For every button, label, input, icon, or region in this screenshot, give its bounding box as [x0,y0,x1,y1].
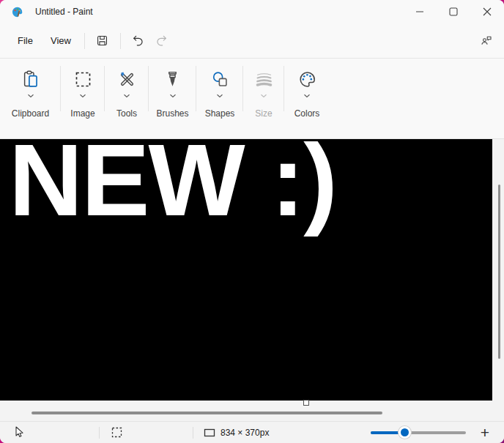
close-icon [483,7,492,16]
drawing-canvas[interactable]: NEW :) [0,139,492,401]
menubar: File View [0,23,504,59]
ribbon-group-label: Image [70,108,94,119]
ribbon-group-label: Tools [116,108,137,119]
redo-icon [155,34,168,48]
ribbon-group-label: Shapes [205,108,235,119]
ribbon-toolbar: Clipboard Image [0,59,504,139]
menu-view[interactable]: View [43,31,78,51]
brush-icon [163,70,182,89]
menubar-separator [120,33,121,49]
undo-button[interactable] [127,30,150,52]
horizontal-scrollbar[interactable] [32,412,382,414]
ribbon-group-colors[interactable]: Colors [284,59,330,138]
chevron-down-icon [123,94,130,98]
vertical-scrollbar[interactable] [498,185,500,359]
statusbar: 834 × 370px + [0,421,504,443]
chevron-down-icon [260,94,267,98]
chevron-down-icon [169,94,177,98]
clipboard-icon [21,70,40,89]
ribbon-group-shapes[interactable]: Shapes [196,59,243,138]
shapes-icon [210,70,230,89]
ribbon-group-brushes[interactable]: Brushes [149,59,196,138]
paint-window: Untitled - Paint File View [0,0,504,443]
tools-icon [117,70,137,89]
chevron-down-icon [303,94,311,98]
maximize-icon [449,7,458,16]
selection-status-icon [111,427,122,438]
zoom-slider[interactable] [371,426,466,439]
ribbon-group-image[interactable]: Image [61,59,105,138]
ribbon-group-label: Clipboard [12,108,49,119]
ribbon-group-label: Brushes [156,108,188,119]
paint-app-icon [11,6,23,18]
minimize-icon [415,7,424,16]
size-icon [254,70,274,89]
window-title: Untitled - Paint [35,7,93,17]
canvas-area: NEW :) [0,139,504,421]
statusbar-separator [99,427,100,439]
save-icon [95,34,109,48]
ribbon-group-tools[interactable]: Tools [105,59,149,138]
undo-icon [131,34,145,48]
menubar-separator [84,33,85,49]
ribbon-group-label: Size [255,108,272,119]
zoom-in-button[interactable]: + [478,425,492,440]
chevron-down-icon [79,94,86,98]
statusbar-separator [193,427,193,439]
canvas-size-value: 834 × 370px [220,428,269,438]
canvas-size-icon [204,428,215,438]
ribbon-group-label: Colors [294,108,320,119]
palette-icon [297,70,317,89]
cursor-icon [13,426,24,439]
selection-icon [73,70,93,89]
menu-file[interactable]: File [10,31,40,51]
redo-button[interactable] [150,30,174,52]
minimize-button[interactable] [403,0,437,23]
ribbon-group-size[interactable]: Size [243,59,284,138]
chevron-down-icon [27,94,34,98]
save-button[interactable] [91,30,114,52]
canvas-resize-handle[interactable] [303,400,309,406]
feedback-icon [479,34,494,48]
ribbon-group-clipboard[interactable]: Clipboard [0,59,61,138]
zoom-slider-thumb[interactable] [399,426,411,439]
close-button[interactable] [470,0,504,23]
canvas-painted-text: NEW :) [9,139,336,231]
titlebar[interactable]: Untitled - Paint [0,0,504,23]
maximize-button[interactable] [437,0,470,23]
chevron-down-icon [216,94,223,98]
feedback-button[interactable] [475,30,498,52]
